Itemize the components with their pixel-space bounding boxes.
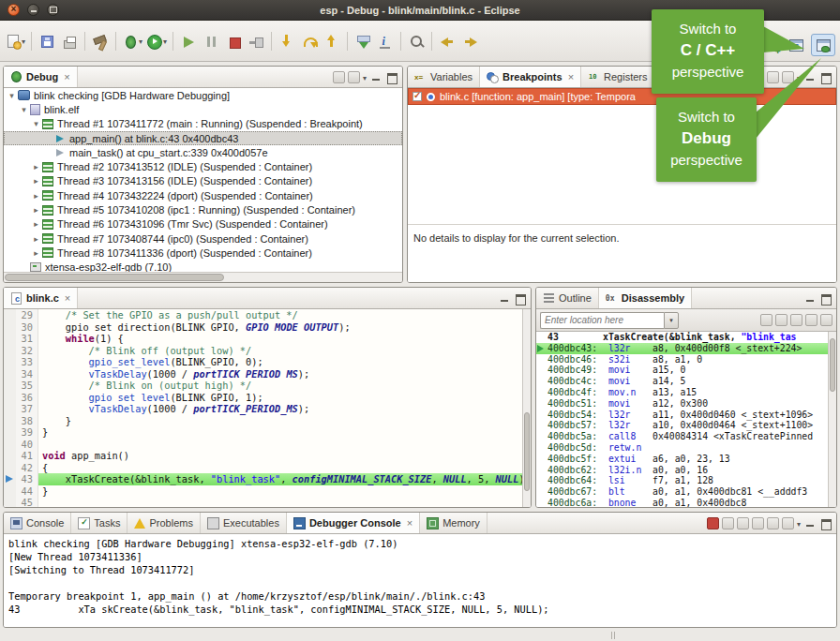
- tab-memory[interactable]: Memory: [420, 513, 488, 533]
- debug-tree-item[interactable]: ▾Thread #1 1073411772 (main : Running) (…: [4, 117, 402, 131]
- scrollbar-thumb[interactable]: [524, 412, 530, 491]
- close-icon[interactable]: [405, 517, 412, 529]
- disassembly-row[interactable]: 400dbc67: blt a0, a1, 0x400dbc81 <__addd…: [536, 486, 828, 498]
- step-into-button[interactable]: [276, 29, 298, 53]
- debug-tree-item[interactable]: main_task() at cpu_start.c:339 0x400d057…: [4, 145, 402, 159]
- sync-button[interactable]: [820, 314, 832, 326]
- disassembly-row[interactable]: 400dbc6a: bnone a0, a1, 0x400dbc8: [536, 498, 828, 507]
- terminate-button[interactable]: [707, 517, 719, 529]
- breakpoint-row[interactable]: blink.c [function: app_main] [type: Temp…: [408, 88, 836, 105]
- clear-console-button[interactable]: [752, 517, 764, 529]
- scroll-lock-button[interactable]: [767, 517, 779, 529]
- tab-console[interactable]: Console: [4, 513, 71, 533]
- code-text[interactable]: [38, 439, 522, 451]
- code-text[interactable]: gpio_set_level(BLINK_GPIO, 0);: [38, 356, 522, 368]
- code-text[interactable]: vTaskDelay(1000 / portTICK_PERIOD_MS);: [38, 368, 522, 380]
- disassembly-row[interactable]: 400dbc4c: movi a14, 5: [536, 376, 828, 387]
- close-icon[interactable]: [63, 292, 70, 304]
- remove-launch-button[interactable]: [722, 517, 734, 529]
- display-selected-console-button[interactable]: [797, 517, 801, 529]
- expand-all-button[interactable]: [782, 71, 794, 83]
- view-menu-button[interactable]: [363, 71, 367, 82]
- code-text[interactable]: gpio_set_level(BLINK_GPIO, 1);: [38, 392, 522, 404]
- new-wizard-button[interactable]: [4, 29, 27, 53]
- minimize-button[interactable]: [369, 70, 382, 83]
- close-icon[interactable]: [566, 71, 574, 82]
- code-text[interactable]: vTaskDelay(1000 / portTICK_PERIOD_MS);: [38, 403, 522, 415]
- step-over-button[interactable]: [298, 29, 321, 53]
- view-menu-button[interactable]: [797, 71, 801, 82]
- skip-all-breakpoints-button[interactable]: [767, 71, 779, 83]
- debug-tree-item[interactable]: xtensa-esp32-elf-gdb (7.10): [4, 261, 402, 272]
- disassembly-row[interactable]: 400dbc51: movi a12, 0x300: [536, 398, 828, 410]
- debug-tree-item[interactable]: ▸Thread #8 1073411336 (dport) (Suspended…: [4, 246, 402, 260]
- back-button[interactable]: [436, 29, 458, 53]
- debug-perspective-button[interactable]: [811, 34, 835, 56]
- pin-console-button[interactable]: [782, 517, 794, 529]
- disassembly-row[interactable]: 400dbc5f: extui a6, a0, 23, 13: [536, 454, 828, 465]
- disassembly-row[interactable]: 400dbc54: l32r a11, 0x400d0460 <_stext+1…: [536, 410, 828, 421]
- debug-hscrollbar[interactable]: [4, 272, 402, 282]
- maximize-button[interactable]: [819, 291, 832, 305]
- scrollbar-thumb[interactable]: [5, 274, 224, 281]
- debug-tree-item[interactable]: ▾blink.elf: [4, 102, 402, 116]
- code-text[interactable]: /* Blink off (output low) */: [38, 345, 522, 357]
- code-text[interactable]: gpio_set_direction(BLINK_GPIO, GPIO_MODE…: [38, 321, 522, 334]
- code-text[interactable]: }: [38, 415, 522, 427]
- maximize-button[interactable]: [385, 70, 398, 83]
- debug-tree-item[interactable]: ▾blink checking [GDB Hardware Debugging]: [4, 88, 402, 102]
- tab-tasks[interactable]: Tasks: [71, 513, 128, 533]
- cpp-perspective-button[interactable]: [784, 34, 808, 56]
- save-button[interactable]: [36, 29, 58, 53]
- scrollbar-thumb[interactable]: [830, 338, 835, 391]
- disassembly-vscrollbar[interactable]: [828, 332, 836, 507]
- disassembly-row[interactable]: 400dbc46: s32i a8, a1, 0: [536, 354, 828, 365]
- code-text[interactable]: void app_main(): [38, 450, 522, 462]
- tab-variables[interactable]: Variables: [408, 67, 480, 87]
- suspend-button[interactable]: [200, 29, 222, 53]
- remove-all-terminated-button[interactable]: [333, 71, 345, 83]
- step-return-button[interactable]: [321, 29, 343, 53]
- tab-executables[interactable]: Executables: [201, 513, 287, 533]
- show-source-button[interactable]: [790, 314, 802, 326]
- track-expression-button[interactable]: [805, 314, 818, 326]
- disassembly-row[interactable]: 400dbc49: movi a15, 0: [536, 365, 828, 376]
- terminate-button[interactable]: [222, 29, 245, 53]
- window-close-button[interactable]: [8, 4, 20, 16]
- maximize-button[interactable]: [514, 291, 527, 305]
- debug-button[interactable]: [120, 29, 144, 53]
- drop-to-frame-button[interactable]: [352, 29, 374, 53]
- maximize-button[interactable]: [819, 70, 832, 83]
- collapse-all-button[interactable]: [348, 71, 360, 83]
- window-maximize-button[interactable]: [47, 4, 59, 16]
- disassembly-row[interactable]: 400dbc62: l32i.n a0, a0, 16: [536, 465, 828, 476]
- minimize-button[interactable]: [803, 291, 817, 305]
- print-button[interactable]: [58, 29, 81, 53]
- debug-tree-item[interactable]: ▸Thread #2 1073413512 (IDLE) (Suspended …: [4, 159, 402, 173]
- minimize-button[interactable]: [803, 516, 817, 529]
- debug-tree-item[interactable]: ▸Thread #5 1073410208 (ipc1 : Running) (…: [4, 202, 402, 216]
- console-output[interactable]: blink checking [GDB Hardware Debugging] …: [4, 534, 836, 619]
- disconnect-button[interactable]: [245, 29, 267, 53]
- build-button[interactable]: [89, 29, 112, 53]
- editor-vscrollbar[interactable]: [522, 309, 531, 507]
- instruction-stepping-button[interactable]: [374, 29, 397, 53]
- tab-registers[interactable]: Registers: [581, 67, 654, 87]
- debug-tree-item[interactable]: ▸Thread #4 1073432224 (dport) (Suspended…: [4, 188, 402, 202]
- disassembly-row[interactable]: 400dbc5a: call8 0x40084314 <xTaskCreateP…: [536, 431, 828, 442]
- disassembly-row[interactable]: 400dbc64: lsi f7, a1, 128: [536, 475, 828, 486]
- disassembly-source-row[interactable]: 43 xTaskCreate(&blink_task, "blink_tas: [536, 332, 828, 343]
- breakpoint-checkbox[interactable]: [412, 92, 422, 101]
- code-text[interactable]: }: [38, 426, 522, 439]
- code-text[interactable]: [38, 497, 522, 507]
- tab-problems[interactable]: Problems: [128, 513, 200, 533]
- tab-debug[interactable]: Debug: [4, 67, 78, 87]
- code-text[interactable]: xTaskCreate(&blink_task, "blink_task", c…: [38, 473, 531, 485]
- debug-tree-item[interactable]: ▸Thread #3 1073413156 (IDLE) (Suspended …: [4, 174, 402, 188]
- debug-tree-item[interactable]: ▸Thread #6 1073431096 (Tmr Svc) (Suspend…: [4, 217, 402, 231]
- sash-grip[interactable]: [611, 632, 612, 639]
- debug-tree-item[interactable]: app_main() at blink.c:43 0x400dbc43: [4, 131, 402, 145]
- disassembly-row[interactable]: 400dbc4f: mov.n a13, a15: [536, 387, 828, 398]
- forward-button[interactable]: [458, 29, 481, 53]
- code-text[interactable]: while(1) {: [38, 333, 522, 345]
